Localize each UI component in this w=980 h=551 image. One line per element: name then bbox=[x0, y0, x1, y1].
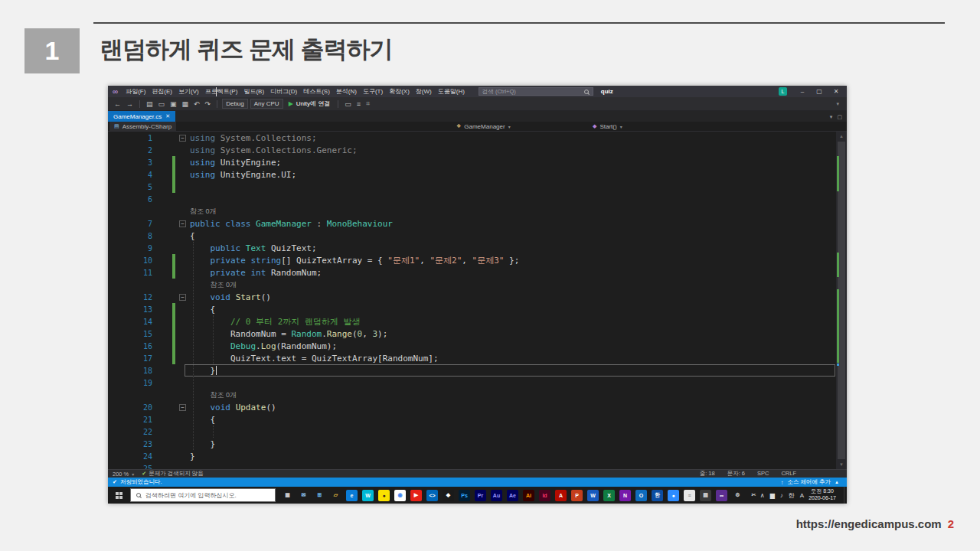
menu-item-1[interactable]: 편집(E) bbox=[149, 87, 175, 96]
word-icon[interactable]: W bbox=[587, 490, 599, 501]
tray-expand-icon[interactable]: ∧ bbox=[760, 492, 765, 499]
codelens-references[interactable]: 참조 0개 bbox=[190, 207, 217, 215]
minimize-button[interactable]: – bbox=[795, 86, 810, 96]
notepad-icon[interactable]: ≡ bbox=[684, 490, 695, 501]
codelens-row[interactable]: 참조 0개 bbox=[108, 389, 836, 401]
code-line-24[interactable]: 24} bbox=[108, 450, 836, 462]
redo-icon[interactable]: ↷ bbox=[204, 100, 213, 108]
zoom-icon[interactable]: ● bbox=[668, 490, 679, 501]
open-file-icon[interactable]: ▭ bbox=[157, 100, 167, 108]
undo-icon[interactable]: ↶ bbox=[192, 100, 201, 108]
editor-scrollbar[interactable]: ▲ ▼ bbox=[836, 132, 847, 469]
code-line-12[interactable]: 12− void Start() bbox=[108, 291, 836, 303]
close-button[interactable]: ✕ bbox=[828, 86, 844, 96]
code-line-22[interactable]: 22 bbox=[108, 425, 836, 438]
quick-search-input[interactable]: 검색 (Ctrl+Q) bbox=[479, 87, 593, 96]
code-editor[interactable]: 1−using System.Collections;2using System… bbox=[108, 132, 847, 469]
menu-item-11[interactable]: 도움말(H) bbox=[435, 87, 468, 96]
menu-item-4[interactable]: 빌드(B) bbox=[240, 87, 267, 96]
breakpoint-icon[interactable]: ▭ bbox=[343, 100, 353, 108]
code-line-10[interactable]: 10 private string[] QuizTextArray = { "문… bbox=[108, 254, 836, 266]
navigate-forward-icon[interactable]: → bbox=[125, 100, 135, 108]
codelens-row[interactable]: 참조 0개 bbox=[108, 279, 836, 291]
unity-icon[interactable]: ◆ bbox=[443, 490, 454, 501]
code-line-8[interactable]: 8{ bbox=[108, 230, 836, 242]
hancom-office-icon[interactable]: 한 bbox=[652, 490, 663, 501]
float-window-icon[interactable]: ▢ bbox=[837, 114, 842, 120]
show-desktop-button[interactable] bbox=[844, 487, 847, 504]
edge-icon[interactable]: e bbox=[346, 490, 358, 501]
start-button[interactable] bbox=[116, 492, 122, 499]
menu-item-10[interactable]: 창(W) bbox=[413, 87, 435, 96]
outlook-icon[interactable]: O bbox=[635, 490, 647, 501]
taskbar-clock[interactable]: 오전 8:30 2020-06-17 bbox=[808, 488, 836, 502]
menu-item-6[interactable]: 테스트(S) bbox=[300, 87, 333, 96]
tab-list-icon[interactable]: ▾ bbox=[830, 114, 833, 120]
toolbar-overflow-icon[interactable]: ▾ bbox=[836, 101, 842, 107]
code-line-9[interactable]: 9 public Text QuizText; bbox=[108, 242, 836, 254]
tab-close-icon[interactable]: ✕ bbox=[165, 113, 170, 119]
codelens-references[interactable]: 참조 0개 bbox=[211, 391, 237, 399]
indesign-icon[interactable]: Id bbox=[539, 490, 550, 501]
code-line-17[interactable]: 17 QuizText.text = QuizTextArray[RandomN… bbox=[108, 352, 836, 364]
member-dropdown[interactable]: ◆ Start() ▾ bbox=[593, 123, 622, 130]
comment-icon[interactable]: ⌗ bbox=[364, 99, 371, 108]
scroll-up-icon[interactable]: ▲ bbox=[836, 132, 847, 141]
illustrator-icon[interactable]: Ai bbox=[523, 490, 534, 501]
ime-mode-icon[interactable]: A bbox=[800, 492, 804, 499]
code-line-5[interactable]: 5 bbox=[108, 181, 836, 193]
collapse-icon[interactable]: − bbox=[179, 135, 186, 142]
code-line-16[interactable]: 16 Debug.Log(RandomNum); bbox=[108, 340, 836, 352]
collapse-icon[interactable]: − bbox=[179, 294, 186, 301]
code-line-3[interactable]: 3using UnityEngine; bbox=[108, 156, 836, 168]
maximize-button[interactable]: ▢ bbox=[812, 86, 827, 96]
chrome-icon[interactable]: ◉ bbox=[394, 490, 406, 501]
find-in-files-icon[interactable]: ≡ bbox=[355, 100, 362, 108]
code-line-25[interactable]: 25 bbox=[108, 462, 836, 469]
account-avatar[interactable]: L bbox=[779, 87, 787, 96]
platform-dropdown[interactable]: Any CPU ▾ bbox=[250, 99, 283, 109]
premiere-pro-icon[interactable]: Pr bbox=[475, 490, 486, 501]
save-all-icon[interactable]: ▦ bbox=[181, 100, 191, 108]
configuration-dropdown[interactable]: Debug ▾ bbox=[222, 99, 248, 109]
zoom-dropdown[interactable]: 200 % ▾ bbox=[113, 471, 134, 478]
code-line-20[interactable]: 20− void Update() bbox=[108, 401, 836, 413]
navigate-back-icon[interactable]: ← bbox=[113, 100, 122, 108]
menu-item-7[interactable]: 분석(N) bbox=[333, 87, 360, 96]
code-line-14[interactable]: 14 // 0 부터 2까지 랜덤하게 발생 bbox=[108, 315, 836, 328]
attach-to-unity-button[interactable]: ▶ Unity에 연결 ▾ bbox=[286, 99, 334, 108]
visual-studio-code-icon[interactable]: <> bbox=[426, 490, 438, 501]
menu-item-0[interactable]: 파일(F) bbox=[122, 87, 149, 96]
snipping-tool-icon[interactable]: ✂ bbox=[748, 490, 760, 501]
taskbar-search-input[interactable]: 검색하려면 여기에 입력하십시오. bbox=[130, 488, 276, 502]
codelens-references[interactable]: 참조 0개 bbox=[211, 281, 237, 289]
mail-icon[interactable]: ✉ bbox=[298, 490, 309, 501]
settings-icon[interactable]: ⚙ bbox=[732, 490, 743, 501]
visual-studio-icon[interactable]: ∞ bbox=[716, 490, 727, 501]
microsoft-store-icon[interactable]: ⊞ bbox=[314, 490, 325, 501]
photoshop-icon[interactable]: Ps bbox=[459, 490, 470, 501]
file-explorer-icon[interactable]: ▱ bbox=[330, 490, 341, 501]
after-effects-icon[interactable]: Ae bbox=[507, 490, 518, 501]
code-line-19[interactable]: 19 bbox=[108, 377, 836, 389]
onenote-icon[interactable]: N bbox=[619, 490, 631, 501]
whale-browser-icon[interactable]: W bbox=[362, 490, 374, 501]
volume-icon[interactable]: ♪ bbox=[780, 492, 783, 499]
type-dropdown[interactable]: ❖ GameManager ▾ bbox=[456, 123, 511, 130]
acrobat-icon[interactable]: A bbox=[555, 490, 567, 501]
collapse-icon[interactable]: − bbox=[179, 220, 186, 227]
code-line-4[interactable]: 4using UnityEngine.UI; bbox=[108, 168, 836, 181]
code-line-21[interactable]: 21 { bbox=[108, 413, 836, 425]
youtube-icon[interactable]: ▶ bbox=[410, 490, 422, 501]
code-line-11[interactable]: 11 private int RandomNum; bbox=[108, 266, 836, 279]
ime-korean-icon[interactable]: 한 bbox=[789, 491, 795, 500]
menu-item-5[interactable]: 디버그(D) bbox=[267, 87, 300, 96]
powerpoint-icon[interactable]: P bbox=[571, 490, 583, 501]
menu-item-8[interactable]: 도구(T) bbox=[360, 87, 386, 96]
project-dropdown[interactable]: ▤ Assembly-CSharp bbox=[109, 122, 176, 131]
code-line-18[interactable]: 18 } bbox=[108, 364, 836, 377]
excel-icon[interactable]: X bbox=[603, 490, 615, 501]
status-indent-mode[interactable]: SPC bbox=[757, 470, 769, 478]
codelens-row[interactable]: 참조 0개 bbox=[108, 205, 836, 217]
code-line-2[interactable]: 2using System.Collections.Generic; bbox=[108, 144, 836, 156]
